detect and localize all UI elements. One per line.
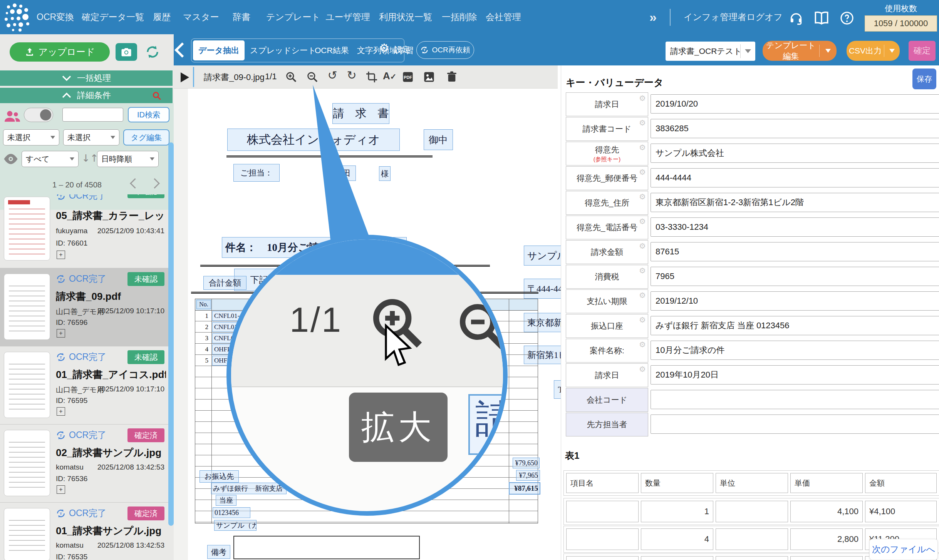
gear-icon[interactable]: ⚙ [639, 143, 646, 152]
nav-item-riyo-jokyo[interactable]: 利用状況一覧 [379, 0, 432, 34]
ocr-box-account-name[interactable]: サンプル（カ [214, 520, 257, 531]
nav-item-jisho[interactable]: 辞書 [233, 0, 250, 34]
zoom-out-icon[interactable] [306, 71, 319, 83]
kv-value-input[interactable] [651, 291, 939, 311]
sort-direction-icon[interactable]: ↓↑ [82, 152, 99, 164]
nav-item-master[interactable]: マスター [183, 0, 219, 34]
id-search-button[interactable]: ID検索 [128, 107, 169, 122]
ocr-box-total-label[interactable]: 合計金額 [203, 276, 246, 290]
prev-page-button[interactable] [129, 180, 138, 189]
kv-value-input[interactable] [651, 267, 939, 286]
ocr-box-contact-suffix[interactable]: 様 [379, 166, 391, 181]
play-button[interactable] [181, 72, 189, 82]
kv-value-input[interactable] [651, 415, 939, 434]
table-cell[interactable]: 4,100 [790, 501, 863, 522]
ocr-box-honorific[interactable]: 御中 [424, 129, 453, 150]
gear-icon[interactable]: ⚙ [639, 167, 646, 177]
template-edit-menu-chevron[interactable] [820, 49, 837, 53]
ocr-box-contact-label[interactable]: ご担当： [233, 164, 280, 182]
save-button[interactable]: 保存 [912, 69, 936, 89]
zoom-in-icon[interactable] [285, 71, 297, 83]
nav-user-name[interactable]: インフォ管理者 [684, 0, 746, 34]
logout-button[interactable]: ログオフ [746, 0, 783, 34]
filter-select-1[interactable]: 未選択 [3, 129, 59, 145]
tab-data-extract[interactable]: データ抽出 [193, 40, 245, 60]
table-cell[interactable]: 1 [641, 501, 713, 522]
nav-item-ocr-henkan[interactable]: OCR変換 [37, 0, 74, 34]
ocr-box-bank[interactable]: みずほ銀行 新宿支店 [211, 483, 287, 494]
kv-value-input[interactable] [651, 316, 939, 335]
csv-export-menu-chevron[interactable] [884, 49, 900, 53]
tag-edit-button[interactable]: タグ編集 [123, 129, 169, 145]
kv-value-input[interactable] [651, 119, 939, 138]
kv-value-input[interactable] [651, 242, 939, 261]
nav-item-template[interactable]: テンプレート [266, 0, 320, 34]
template-edit-button[interactable]: テンプレート編集 [763, 41, 837, 61]
file-list-item[interactable]: T OCR完了 未確認 05_請求書_カラー_レッド.... fukuyama … [0, 194, 168, 268]
csv-export-button[interactable]: CSV出力 [847, 41, 900, 61]
ocr-box-notes-label[interactable]: 備考 [207, 545, 230, 559]
ocr-box-subtotal[interactable]: ¥79,650 [513, 458, 540, 468]
table-cell[interactable] [716, 556, 788, 560]
table-cell[interactable]: ¥4,100 [865, 501, 937, 522]
table-cell[interactable] [566, 556, 639, 560]
keyword-search-input[interactable] [62, 108, 123, 122]
status-filter-select[interactable]: すべて [22, 151, 79, 167]
gear-icon[interactable]: ⚙ [639, 192, 646, 201]
kv-value-input[interactable] [651, 144, 939, 163]
text-check-icon[interactable]: A✓ [383, 70, 398, 83]
table-cell[interactable] [566, 528, 639, 550]
nav-item-ikkatsu-sakujo[interactable]: 一括削除 [442, 0, 477, 34]
nav-overflow-chevron[interactable]: » [649, 0, 657, 34]
next-file-link[interactable]: 次のファイルへ [869, 539, 938, 560]
ocr-box-account-no[interactable]: 0123456 [213, 507, 250, 518]
expand-plus-icon[interactable]: + [57, 407, 65, 416]
file-list-item-selected[interactable]: T OCR完了 未確認 請求書_09.pdf 山口善_デモ用 2025/12/0… [0, 268, 168, 346]
crop-icon[interactable] [366, 71, 378, 83]
table-cell[interactable] [566, 501, 639, 522]
eye-icon[interactable] [3, 153, 18, 165]
ocr-box-tax[interactable]: ¥7,965 [516, 470, 540, 481]
template-select[interactable]: 請求書_OCRテスト用_2... [666, 42, 755, 61]
table-cell[interactable] [716, 501, 788, 522]
nav-item-user-kanri[interactable]: ユーザ管理 [325, 0, 370, 34]
help-icon[interactable] [840, 11, 854, 25]
confirm-button[interactable]: 確定 [909, 41, 936, 61]
sort-order-select[interactable]: 日時降順 [97, 151, 159, 167]
manual-book-icon[interactable] [813, 10, 830, 26]
gear-icon[interactable]: ⚙ [639, 340, 646, 349]
search-icon[interactable] [152, 91, 162, 101]
file-list-item[interactable]: T OCR完了 未確認 01_請求書_アイコス.pdf 山口善_デモ用 2025… [0, 346, 168, 425]
expand-plus-icon[interactable]: + [57, 329, 65, 338]
support-headset-icon[interactable] [789, 11, 803, 25]
table-cell[interactable]: 4 [641, 528, 713, 550]
kv-value-input[interactable] [651, 217, 939, 237]
kv-value-input[interactable] [651, 193, 939, 212]
expand-plus-icon[interactable]: + [57, 485, 65, 494]
back-chevron-icon[interactable] [177, 41, 187, 58]
table-cell[interactable]: 3 [641, 556, 713, 560]
kv-value-input[interactable] [651, 168, 939, 187]
pdf-export-icon[interactable]: PDF [402, 71, 414, 83]
filter-select-2[interactable]: 未選択 [63, 129, 119, 145]
gear-icon[interactable]: ⚙ [639, 94, 646, 103]
gear-icon[interactable]: ⚙ [639, 291, 646, 300]
refresh-button[interactable] [142, 43, 163, 61]
gear-icon[interactable]: ⚙ [639, 118, 646, 127]
file-list-item[interactable]: T OCR完了 確定済 01_請求書サンプル.jpg komatsu 2025/… [0, 503, 168, 560]
ocr-box-title[interactable]: 請 求 書 [332, 103, 389, 124]
gear-icon[interactable]: ⚙ [639, 266, 646, 275]
detail-filter-header[interactable]: 詳細条件 [0, 88, 173, 103]
settings-label[interactable]: 設定 [394, 44, 410, 55]
kv-value-input[interactable] [651, 390, 939, 409]
nav-item-rireki[interactable]: 履歴 [153, 0, 171, 34]
expand-plus-icon[interactable]: + [57, 251, 65, 259]
next-page-button[interactable] [151, 180, 160, 189]
ocr-box-no-header[interactable]: No. [196, 300, 211, 309]
ocr-retry-button[interactable]: T OCR再依頼 [416, 41, 474, 59]
table-cell[interactable]: 2,800 [790, 528, 863, 550]
image-export-icon[interactable] [423, 71, 435, 83]
gear-icon[interactable]: ⚙ [639, 217, 646, 226]
nav-item-kakutei-data[interactable]: 確定データ一覧 [82, 0, 144, 34]
camera-button[interactable] [116, 43, 137, 61]
